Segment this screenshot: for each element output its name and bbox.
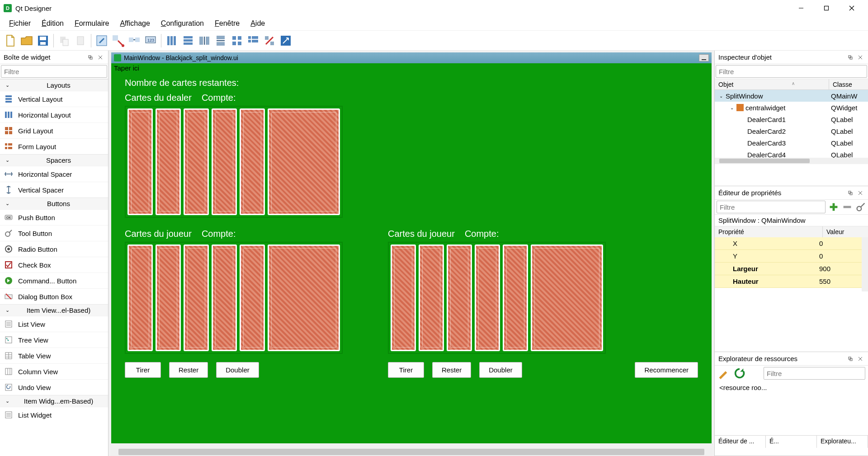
stay-button-1[interactable]: Rester — [169, 362, 208, 378]
player-card[interactable] — [240, 244, 265, 351]
object-tree-row[interactable]: ⌄centralwidgetQWidget — [715, 102, 868, 113]
widget-category-header[interactable]: ⌄Buttons — [0, 197, 108, 209]
edit-buddies-icon[interactable] — [127, 33, 142, 48]
edit-widgets-icon[interactable] — [94, 33, 109, 48]
hit-button-2[interactable]: Tirer — [388, 362, 424, 378]
edit-taborder-icon[interactable]: 123 — [143, 33, 158, 48]
layout-grid-icon[interactable] — [229, 33, 245, 48]
object-tree-row[interactable]: DealerCard2QLabel — [715, 125, 868, 137]
dealer-card[interactable] — [156, 108, 181, 215]
widget-category-header[interactable]: ⌄Item Widg...em-Based) — [0, 395, 108, 407]
dock-tab[interactable]: Éditeur de ... — [715, 436, 766, 448]
property-row[interactable]: Hauteur550 — [715, 275, 862, 288]
break-layout-icon[interactable] — [262, 33, 277, 48]
layout-form-icon[interactable] — [245, 33, 261, 48]
dock-tab[interactable]: É... — [766, 436, 817, 448]
configure-icon[interactable] — [855, 202, 866, 212]
player-card[interactable] — [268, 244, 340, 351]
layout-vertical-icon[interactable] — [180, 33, 196, 48]
property-row[interactable]: X0 — [715, 237, 862, 250]
class-column-header[interactable]: Classe — [829, 79, 868, 89]
dock-float-icon[interactable] — [86, 53, 94, 61]
adjust-size-icon[interactable] — [278, 33, 293, 48]
form-menubar-placeholder[interactable]: Taper ici — [111, 63, 712, 73]
menu-view[interactable]: Affichage — [114, 18, 155, 29]
widget-category-header[interactable]: ⌄Spacers — [0, 154, 108, 166]
widget-item[interactable]: Check Box — [0, 257, 108, 273]
new-file-icon[interactable] — [3, 33, 18, 48]
stay-button-2[interactable]: Rester — [432, 362, 471, 378]
player-card[interactable] — [156, 244, 181, 351]
player-card[interactable] — [419, 244, 444, 351]
widget-item[interactable]: Undo View — [0, 379, 108, 395]
dock-float-icon[interactable] — [846, 189, 854, 197]
double-button-1[interactable]: Doubler — [216, 362, 259, 378]
property-column-header[interactable]: Propriété — [715, 226, 823, 237]
layout-hsplitter-icon[interactable] — [197, 33, 212, 48]
layout-vsplitter-icon[interactable] — [213, 33, 228, 48]
menu-form[interactable]: Formulaire — [69, 18, 114, 29]
widget-category-header[interactable]: ⌄Item View...el-Based) — [0, 304, 108, 316]
player-card[interactable] — [127, 244, 153, 351]
form-canvas[interactable]: Taper ici Nombre de cartes restantes: Ca… — [111, 63, 712, 443]
save-file-icon[interactable] — [35, 33, 51, 48]
property-filter-input[interactable] — [717, 201, 826, 213]
widget-item[interactable]: Dialog Button Box — [0, 288, 108, 304]
dealer-card[interactable] — [127, 108, 153, 215]
property-row[interactable]: Largeur900 — [715, 263, 862, 275]
remove-property-icon[interactable] — [842, 202, 853, 212]
dealer-card[interactable] — [184, 108, 209, 215]
widget-item[interactable]: Radio Button — [0, 241, 108, 257]
widget-item[interactable]: OKPush Button — [0, 209, 108, 225]
player-card[interactable] — [391, 244, 416, 351]
menu-help[interactable]: Aide — [245, 18, 270, 29]
window-close-button[interactable] — [839, 0, 864, 16]
widget-item[interactable]: Tool Button — [0, 225, 108, 241]
widget-item[interactable]: Horizontal Layout — [0, 107, 108, 122]
widget-item[interactable]: Form Layout — [0, 138, 108, 154]
resource-root-item[interactable]: <resource roo... — [719, 384, 767, 391]
dock-close-icon[interactable] — [856, 53, 864, 61]
widget-item[interactable]: Horizontal Spacer — [0, 166, 108, 182]
dock-float-icon[interactable] — [846, 53, 854, 61]
widget-item[interactable]: Vertical Layout — [0, 91, 108, 107]
dock-close-icon[interactable] — [856, 189, 864, 197]
paste-icon[interactable] — [73, 33, 88, 48]
widget-box-filter-input[interactable] — [1, 65, 107, 78]
object-tree-row[interactable]: DealerCard3QLabel — [715, 137, 868, 149]
menu-edit[interactable]: Édition — [36, 18, 69, 29]
window-maximize-button[interactable] — [814, 0, 839, 16]
window-minimize-button[interactable] — [788, 0, 814, 16]
resource-filter-input[interactable] — [764, 367, 865, 380]
open-file-icon[interactable] — [19, 33, 34, 48]
form-minimize-icon[interactable] — [699, 54, 709, 61]
object-tree-row[interactable]: DealerCard1QLabel — [715, 113, 868, 125]
property-vscroll[interactable] — [862, 237, 868, 291]
widget-item[interactable]: Vertical Spacer — [0, 182, 108, 197]
object-inspector-hscroll[interactable] — [715, 158, 868, 164]
property-row[interactable]: Y0 — [715, 250, 862, 263]
dealer-card[interactable] — [212, 108, 237, 215]
widget-item[interactable]: List Widget — [0, 407, 108, 423]
hit-button-1[interactable]: Tirer — [125, 362, 161, 378]
player-card[interactable] — [184, 244, 209, 351]
copy-icon[interactable] — [57, 33, 72, 48]
widget-item[interactable]: List View — [0, 316, 108, 332]
player-card[interactable] — [475, 244, 500, 351]
object-tree-row[interactable]: ⌄SplitWindowQMainW — [715, 90, 868, 102]
player-card[interactable] — [212, 244, 237, 351]
dealer-card[interactable] — [268, 108, 340, 215]
property-rows[interactable]: X0Y0Largeur900Hauteur550 — [715, 237, 862, 291]
widget-item[interactable]: Tree View — [0, 332, 108, 348]
add-property-icon[interactable] — [828, 202, 839, 212]
widget-item[interactable]: Column View — [0, 363, 108, 379]
double-button-2[interactable]: Doubler — [479, 362, 522, 378]
dock-close-icon[interactable] — [96, 53, 104, 61]
object-column-header[interactable]: Objet — [715, 79, 829, 89]
object-tree-row[interactable]: DealerCard4QLabel — [715, 149, 868, 158]
menu-window[interactable]: Fenêtre — [209, 18, 245, 29]
widget-item[interactable]: Command... Button — [0, 273, 108, 288]
layout-horizontal-icon[interactable] — [164, 33, 179, 48]
dock-tab[interactable]: Explorateu... — [817, 436, 868, 448]
player-card[interactable] — [503, 244, 528, 351]
